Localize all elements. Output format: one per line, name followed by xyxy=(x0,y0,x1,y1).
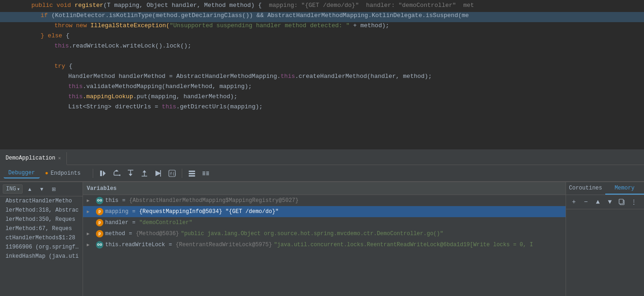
thread-down-button[interactable]: ▼ xyxy=(36,184,47,194)
code-content-7: try { xyxy=(4,63,72,70)
watch-button[interactable] xyxy=(200,167,212,179)
code-line-empty xyxy=(0,53,644,63)
svg-marker-6 xyxy=(129,174,132,176)
code-line-2: if (KotlinDetector.isKotlinType(method.g… xyxy=(0,12,644,22)
frames-icon xyxy=(188,170,196,177)
thread-filter-dropdown[interactable]: ING ▼ xyxy=(3,184,23,194)
dropdown-arrow: ▼ xyxy=(18,187,20,191)
thread-item-label-7: inkedHashMap (java.uti xyxy=(6,253,78,260)
variable-row-this[interactable]: ▶ oo this = {AbstractHandlerMethodMappin… xyxy=(83,195,566,206)
thread-item-label-3: lerMethod:350, Reques xyxy=(6,216,75,223)
evaluate-icon: f(x) xyxy=(168,170,176,177)
variable-row-mapping[interactable]: ▶ p mapping = {RequestMappingInfo@5034} … xyxy=(83,206,566,217)
variable-row-handler[interactable]: ▶ p handler = "demoController" xyxy=(83,217,566,228)
var-icon-rwlock: oo xyxy=(96,241,103,249)
run-to-cursor-icon xyxy=(155,170,162,177)
coroutines-tab[interactable]: Coroutines xyxy=(566,182,605,195)
var-name-method: method xyxy=(105,231,125,237)
var-icon-this: oo xyxy=(96,197,103,204)
thread-item-label-1: AbstractHandlerMetho xyxy=(6,198,72,204)
svg-marker-4 xyxy=(119,174,120,176)
variable-row-rwlock[interactable]: ▶ oo this.readWriteLock = {ReentrantRead… xyxy=(83,239,566,250)
right-sidebar-toolbar: + − ▲ ▼ ⋮ xyxy=(566,195,644,209)
step-out-icon xyxy=(141,170,148,177)
run-to-cursor-button[interactable] xyxy=(152,167,164,179)
thread-item-label-2: lerMethod:318, Abstrac xyxy=(6,207,78,213)
var-name-mapping: mapping xyxy=(105,208,128,215)
code-content-8: HandlerMethod handlerMethod = AbstractHa… xyxy=(4,73,432,80)
code-content-5: this.readWriteLock.writeLock().lock(); xyxy=(4,42,191,49)
tab-bar: DemoApplication ✕ xyxy=(0,152,644,165)
svg-rect-18 xyxy=(189,173,195,174)
more-button[interactable]: ⋮ xyxy=(629,197,639,207)
debugger-panel: ING ▼ ▲ ▼ ⊞ AbstractHandlerMetho lerMeth… xyxy=(0,182,644,296)
code-content-10: this.mappingLookup.put(mapping, handlerM… xyxy=(4,93,238,100)
step-into-button[interactable] xyxy=(125,167,137,179)
expand-icon-method: ▶ xyxy=(87,231,94,237)
svg-rect-19 xyxy=(189,175,195,177)
thread-up-button[interactable]: ▲ xyxy=(24,184,35,194)
var-eq-mapping: = xyxy=(132,208,135,215)
code-editor: public void register(T mapping, Object h… xyxy=(0,0,644,152)
code-line-5: this.readWriteLock.writeLock().lock(); xyxy=(0,42,644,53)
code-line-11: List<String> directUrls = this.getDirect… xyxy=(0,103,644,113)
thread-item-3[interactable]: lerMethod:350, Reques xyxy=(0,215,83,224)
var-name-handler: handler xyxy=(105,219,128,226)
thread-item-6[interactable]: 11966906 (org.springfra xyxy=(0,243,83,252)
add-watch-button[interactable]: + xyxy=(569,197,579,207)
code-content-2: if (KotlinDetector.isKotlinType(method.g… xyxy=(4,12,469,19)
thread-item-4[interactable]: lerMethod:67, Reques xyxy=(0,224,83,233)
memory-tab[interactable]: Memory xyxy=(605,182,644,195)
evaluate-button[interactable]: f(x) xyxy=(166,167,178,179)
var-value-mapping: {RequestMappingInfo@5034} "{GET /demo/do… xyxy=(139,208,279,215)
remove-watch-button[interactable]: − xyxy=(581,197,591,207)
var-value-this: {AbstractHandlerMethodMapping$MappingReg… xyxy=(129,197,298,204)
var-name-this: this xyxy=(105,197,119,204)
tab-demo-application[interactable]: DemoApplication ✕ xyxy=(0,152,67,165)
endpoints-tab-label: Endpoints xyxy=(51,170,81,177)
variables-header: Variables xyxy=(83,182,566,195)
thread-item-label-4: lerMethod:67, Reques xyxy=(6,225,72,232)
step-over-icon xyxy=(113,170,120,177)
debugger-tab[interactable]: Debugger xyxy=(4,168,40,178)
thread-item-2[interactable]: lerMethod:318, Abstrac xyxy=(0,206,83,215)
step-over-button[interactable] xyxy=(111,167,123,179)
var-string-rwlock: "java.util.concurrent.locks.ReentrantRea… xyxy=(274,242,533,248)
horizontal-scrollbar[interactable] xyxy=(0,149,644,152)
var-value-rwlock: {ReentrantReadWriteLock@5975} xyxy=(176,242,272,248)
code-content-3: throw new IllegalStateException("Unsuppo… xyxy=(4,22,389,29)
endpoints-tab[interactable]: ● Endpoints xyxy=(41,169,85,178)
frames-button[interactable] xyxy=(186,167,198,179)
variables-label: Variables xyxy=(87,185,117,192)
code-line-10: this.mappingLookup.put(mapping, handlerM… xyxy=(0,93,644,103)
var-value-handler: "demoController" xyxy=(139,219,192,226)
resume-icon xyxy=(100,170,106,177)
svg-rect-0 xyxy=(100,171,102,176)
code-line-4: } else { xyxy=(0,32,644,42)
thread-item-1[interactable]: AbstractHandlerMetho xyxy=(0,196,83,206)
debugger-toolbar: Debugger ● Endpoints xyxy=(0,165,644,182)
right-sidebar-tabs: Coroutines Memory xyxy=(566,182,644,195)
thread-item-5[interactable]: ctHandlerMethods$1:28 xyxy=(0,233,83,243)
expand-icon-rwlock: ▶ xyxy=(87,242,94,248)
svg-marker-9 xyxy=(143,170,146,172)
scroll-up-button[interactable]: ▲ xyxy=(593,197,603,207)
tab-close-icon[interactable]: ✕ xyxy=(58,155,61,161)
variable-row-method[interactable]: ▶ p method = {Method@5036} "public java.… xyxy=(83,228,566,239)
memory-content xyxy=(566,209,644,296)
var-icon-method: p xyxy=(96,230,103,237)
left-panel: ING ▼ ▲ ▼ ⊞ AbstractHandlerMetho lerMeth… xyxy=(0,182,83,296)
thread-filter-button[interactable]: ⊞ xyxy=(48,184,59,194)
step-out-button[interactable] xyxy=(138,167,150,179)
tab-label: DemoApplication xyxy=(6,155,55,161)
var-string-method: "public java.lang.Object org.source.hot.… xyxy=(181,231,443,237)
expand-icon-this: ▶ xyxy=(87,198,94,203)
copy-button[interactable] xyxy=(617,197,627,207)
thread-item-7[interactable]: inkedHashMap (java.uti xyxy=(0,252,83,261)
resume-button[interactable] xyxy=(97,167,109,179)
svg-marker-1 xyxy=(103,171,106,176)
svg-rect-27 xyxy=(619,199,623,204)
code-line-3: throw new IllegalStateException("Unsuppo… xyxy=(0,22,644,32)
var-eq-this: = xyxy=(122,197,125,204)
scroll-down-button[interactable]: ▼ xyxy=(605,197,615,207)
